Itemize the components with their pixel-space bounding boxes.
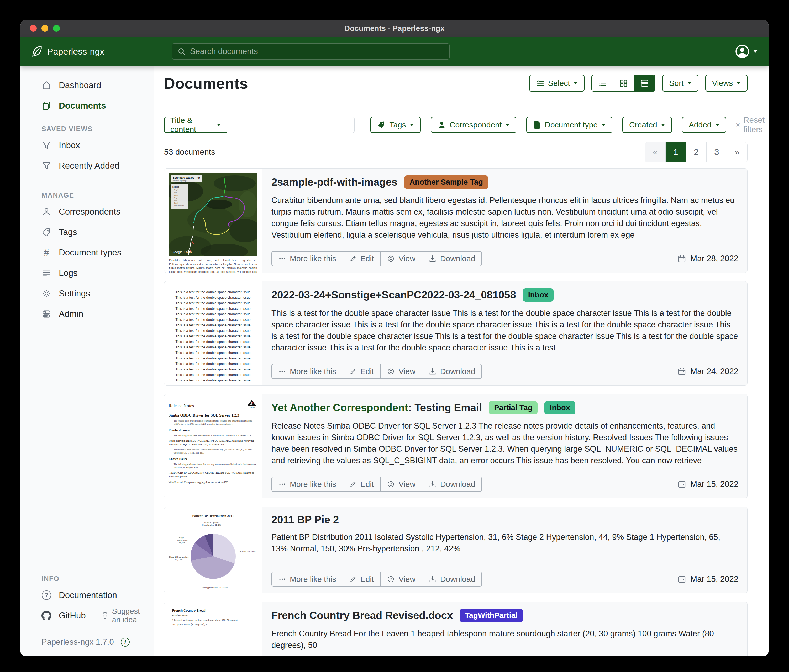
download-icon xyxy=(429,255,436,263)
toggles-icon xyxy=(42,309,51,319)
thumb-lines-content: This is a test for the double space char… xyxy=(168,289,259,383)
edit-button[interactable]: Edit xyxy=(343,252,380,266)
more-like-this-button[interactable]: More like this xyxy=(272,477,343,491)
document-thumbnail[interactable]: Release Notes Simba Simba ODBC Driver fo… xyxy=(164,394,262,498)
sidebar-item-dashboard[interactable]: Dashboard xyxy=(42,75,147,96)
document-thumbnail[interactable]: This is a test for the double space char… xyxy=(164,282,262,385)
document-title[interactable]: French Country Bread Revised.docx xyxy=(272,610,453,621)
select-button[interactable]: Select xyxy=(529,75,585,92)
pagination-page-2[interactable]: 2 xyxy=(686,142,706,162)
suggest-idea-link[interactable]: Suggest an idea xyxy=(101,607,147,624)
edit-button[interactable]: Edit xyxy=(343,572,380,586)
sort-label: Sort xyxy=(669,79,684,88)
sidebar-item-admin[interactable]: Admin xyxy=(42,304,147,324)
sidebar: Dashboard Documents SAVED VIEWS Inbox xyxy=(21,66,154,656)
pencil-icon xyxy=(349,575,357,583)
sidebar-item-label: Recently Added xyxy=(59,161,120,171)
document-title[interactable]: Yet Another Correspondent: Testing Email xyxy=(272,402,482,414)
download-button[interactable]: Download xyxy=(422,364,481,379)
tag-badge[interactable]: Partial Tag xyxy=(489,401,538,414)
document-thumbnail[interactable]: Boundary Waters Trip via kayak & portage… xyxy=(164,169,262,272)
list-check-icon xyxy=(536,79,545,88)
three-dots-icon xyxy=(278,480,286,488)
filter-text-input[interactable] xyxy=(227,117,355,133)
version-label: Paperless-ngx 1.7.0 xyxy=(42,637,114,647)
filter-added-button[interactable]: Added xyxy=(682,117,726,133)
pagination-next[interactable]: » xyxy=(727,142,747,162)
filter-field-button[interactable]: Title & content xyxy=(164,117,227,133)
sidebar-item-logs[interactable]: Logs xyxy=(42,263,147,283)
thumb-release-issue: When querying large SQL_NUMERIC or SQL_D… xyxy=(169,439,257,446)
brand-label: Paperless-ngx xyxy=(47,46,104,57)
view-button[interactable]: View xyxy=(380,477,422,491)
window-title: Documents - Paperless-ngx xyxy=(344,24,445,33)
calendar-icon xyxy=(678,575,686,583)
document-thumbnail[interactable]: Patient BP Distribution 2011 Isolated Sy… xyxy=(164,507,262,593)
sidebar-item-recently-added[interactable]: Recently Added xyxy=(42,156,147,176)
edit-label: Edit xyxy=(360,367,374,376)
sidebar-item-correspondents[interactable]: Correspondents xyxy=(42,201,147,222)
view-toggle-group xyxy=(591,75,655,92)
thumb-release-known: Known Issues xyxy=(169,457,257,461)
document-title[interactable]: 2011 BP Pie 2 xyxy=(272,514,339,525)
sidebar-item-inbox[interactable]: Inbox xyxy=(42,135,147,156)
filter-document-type-button[interactable]: Document type xyxy=(526,117,612,133)
filter-correspondent-button[interactable]: Correspondent xyxy=(431,117,516,133)
download-button[interactable]: Download xyxy=(422,572,481,586)
pagination-page-3[interactable]: 3 xyxy=(706,142,727,162)
filter-row: Title & content Tags xyxy=(164,115,747,134)
close-icon: × xyxy=(736,120,740,129)
document-correspondent[interactable]: Yet Another Correspondent xyxy=(272,402,408,413)
tag-badge[interactable]: TagWithPartial xyxy=(460,609,523,622)
view-button[interactable]: View xyxy=(380,252,422,266)
pagination-page-1[interactable]: 1 xyxy=(665,142,686,162)
document-title[interactable]: 2sample-pdf-with-images xyxy=(272,176,398,188)
lightbulb-icon xyxy=(101,611,109,619)
more-like-this-button[interactable]: More like this xyxy=(272,364,343,379)
filter-created-button[interactable]: Created xyxy=(622,117,672,133)
views-button[interactable]: Views xyxy=(705,75,747,92)
app-window: Documents - Paperless-ngx Paperless-ngx xyxy=(21,20,768,656)
sort-button[interactable]: Sort xyxy=(662,75,698,92)
reset-filters-button[interactable]: × Reset filters xyxy=(736,115,765,134)
pencil-icon xyxy=(349,368,357,375)
sidebar-item-document-types[interactable]: # Document types xyxy=(42,242,147,263)
maximize-window-icon[interactable] xyxy=(53,25,60,32)
body-row: Dashboard Documents SAVED VIEWS Inbox xyxy=(21,66,768,656)
sidebar-item-label: Logs xyxy=(59,268,78,278)
tag-badge[interactable]: Another Sample Tag xyxy=(404,175,488,189)
search-input[interactable] xyxy=(190,47,444,56)
close-window-icon[interactable] xyxy=(30,25,37,32)
more-like-this-button[interactable]: More like this xyxy=(272,252,343,266)
view-detail-button[interactable] xyxy=(634,75,655,91)
user-menu[interactable] xyxy=(735,44,757,59)
sidebar-item-settings[interactable]: Settings xyxy=(42,283,147,304)
global-search[interactable] xyxy=(172,43,450,59)
edit-button[interactable]: Edit xyxy=(343,364,380,379)
sidebar-item-github[interactable]: GitHub xyxy=(42,605,86,626)
document-title[interactable]: 2022-03-24+Sonstige+ScanPC2022-03-24_081… xyxy=(272,289,516,301)
document-thumbnail[interactable]: French Country Bread For the Leaven 1 he… xyxy=(164,602,262,656)
brand[interactable]: Paperless-ngx xyxy=(32,46,172,57)
minimize-window-icon[interactable] xyxy=(42,25,48,32)
tag-badge[interactable]: Inbox xyxy=(545,401,575,414)
sidebar-item-tags[interactable]: Tags xyxy=(42,222,147,242)
view-grid-button[interactable] xyxy=(613,75,634,91)
view-button[interactable]: View xyxy=(380,572,422,586)
document-date: Mar 24, 2022 xyxy=(678,367,738,376)
filter-tags-button[interactable]: Tags xyxy=(371,117,420,133)
pagination-prev[interactable]: « xyxy=(645,142,665,162)
info-icon[interactable]: i xyxy=(121,638,130,647)
edit-button[interactable]: Edit xyxy=(343,477,380,491)
view-button[interactable]: View xyxy=(380,364,422,379)
sidebar-item-documents[interactable]: Documents xyxy=(42,96,147,116)
document-excerpt: French Country Bread For the Leaven 1 he… xyxy=(272,628,738,651)
screenshot-stage: Documents - Paperless-ngx Paperless-ngx xyxy=(0,0,789,672)
tag-badge[interactable]: Inbox xyxy=(523,288,554,302)
more-like-this-button[interactable]: More like this xyxy=(272,572,343,586)
sidebar-item-documentation[interactable]: ? Documentation xyxy=(42,585,147,605)
view-list-button[interactable] xyxy=(592,75,613,91)
download-button[interactable]: Download xyxy=(422,477,481,491)
download-button[interactable]: Download xyxy=(422,252,481,266)
svg-text:Day 3: Day 3 xyxy=(174,194,179,196)
